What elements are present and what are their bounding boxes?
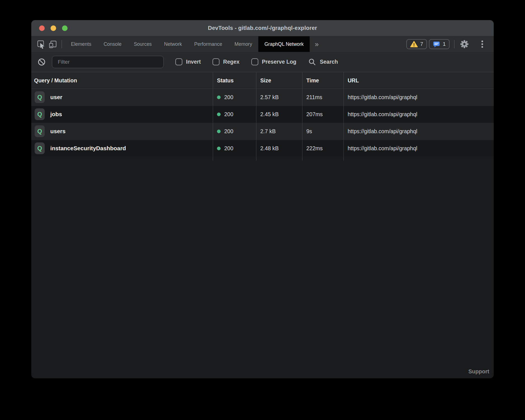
url-value: https://gitlab.com/api/graphql [348, 128, 417, 135]
column-header-time[interactable]: Time [302, 72, 343, 89]
status-value: 200 [224, 145, 233, 152]
invert-checkbox[interactable] [175, 58, 182, 65]
size-value: 2.45 kB [260, 111, 279, 118]
traffic-lights [39, 25, 68, 31]
time-value: 211ms [306, 94, 322, 101]
tab-network[interactable]: Network [158, 36, 188, 52]
more-vertical-icon [481, 39, 484, 49]
query-name-cell: Q user [31, 89, 213, 106]
size-value: 2.7 kB [260, 128, 276, 135]
column-header-status[interactable]: Status [213, 72, 256, 89]
preserve-log-checkbox-group[interactable]: Preserve Log [251, 58, 297, 65]
column-header-url[interactable]: URL [343, 72, 494, 89]
query-name: users [50, 128, 66, 135]
url-value: https://gitlab.com/api/graphql [348, 145, 417, 152]
tab-memory[interactable]: Memory [228, 36, 258, 52]
clear-button[interactable] [36, 56, 47, 68]
query-badge: Q [35, 91, 45, 103]
query-name-cell: Q users [31, 123, 213, 140]
table-row[interactable]: Q jobs 200 2.45 kB 207ms https://gitlab.… [31, 106, 494, 123]
close-window-button[interactable] [39, 25, 45, 31]
status-cell: 200 [213, 140, 256, 157]
regex-checkbox-group[interactable]: Regex [213, 58, 240, 65]
tab-graphql-network[interactable]: GraphQL Network [258, 36, 310, 52]
status-cell: 200 [213, 123, 256, 140]
minimize-window-button[interactable] [51, 25, 56, 31]
status-cell: 200 [213, 89, 256, 106]
more-options-button[interactable] [476, 38, 488, 50]
status-dot [217, 113, 221, 116]
size-cell: 2.45 kB [256, 106, 302, 123]
devtools-tab-bar: Elements Console Sources Network Perform… [31, 36, 494, 52]
controls-separator [454, 40, 455, 48]
maximize-window-button[interactable] [62, 25, 68, 31]
toggle-device-toolbar-button[interactable] [47, 38, 59, 50]
query-name: instanceSecurityDashboard [50, 145, 126, 152]
issues-badge[interactable]: 1 [429, 39, 450, 49]
status-value: 200 [224, 94, 233, 101]
status-value: 200 [224, 111, 233, 118]
tabbar-right-controls: 7 1 [404, 38, 494, 50]
status-dot [217, 147, 221, 150]
support-link[interactable]: Support [468, 368, 489, 375]
size-cell: 2.7 kB [256, 123, 302, 140]
status-dot [217, 96, 221, 99]
invert-label[interactable]: Invert [186, 59, 201, 65]
filter-input[interactable] [52, 56, 164, 68]
size-value: 2.48 kB [260, 145, 279, 152]
tab-performance[interactable]: Performance [188, 36, 228, 52]
tab-elements[interactable]: Elements [65, 36, 97, 52]
query-name-cell: Q jobs [31, 106, 213, 123]
issues-count: 1 [443, 41, 446, 47]
url-cell: https://gitlab.com/api/graphql [343, 140, 494, 157]
url-cell: https://gitlab.com/api/graphql [343, 106, 494, 123]
time-value: 222ms [306, 145, 323, 152]
column-divider-extension [31, 157, 494, 161]
query-badge: Q [35, 142, 45, 154]
preserve-log-checkbox[interactable] [251, 58, 258, 65]
window-title: DevTools - gitlab.com/-/graphql-explorer [208, 25, 317, 31]
time-value: 207ms [306, 111, 323, 118]
title-bar: DevTools - gitlab.com/-/graphql-explorer [31, 20, 494, 36]
toolbar-separator [61, 40, 62, 48]
status-cell: 200 [213, 106, 256, 123]
gear-icon [460, 39, 469, 49]
table-row[interactable]: Q user 200 2.57 kB 211ms https://gitlab.… [31, 89, 494, 106]
warning-icon [410, 41, 418, 47]
status-dot [217, 130, 221, 133]
size-value: 2.57 kB [260, 94, 279, 101]
query-name-cell: Q instanceSecurityDashboard [31, 140, 213, 157]
regex-checkbox[interactable] [213, 58, 219, 65]
time-cell: 207ms [302, 106, 343, 123]
table-row[interactable]: Q users 200 2.7 kB 9s https://gitlab.com… [31, 123, 494, 140]
size-cell: 2.48 kB [256, 140, 302, 157]
time-cell: 211ms [302, 89, 343, 106]
inspect-element-button[interactable] [35, 38, 47, 50]
invert-checkbox-group[interactable]: Invert [175, 58, 201, 65]
tab-console[interactable]: Console [97, 36, 128, 52]
more-tabs-button[interactable]: » [310, 40, 324, 48]
message-bubble-icon [433, 41, 440, 48]
filter-toolbar: Invert Regex Preserve Log Search [31, 52, 494, 72]
query-badge: Q [35, 125, 45, 137]
panel-tabs: Elements Console Sources Network Perform… [65, 36, 310, 52]
search-icon [308, 58, 316, 66]
size-cell: 2.57 kB [256, 89, 302, 106]
url-value: https://gitlab.com/api/graphql [348, 94, 417, 101]
table-row[interactable]: Q instanceSecurityDashboard 200 2.48 kB … [31, 140, 494, 157]
regex-label[interactable]: Regex [223, 59, 240, 65]
column-header-size[interactable]: Size [256, 72, 302, 89]
devtools-window: DevTools - gitlab.com/-/graphql-explorer… [31, 20, 494, 378]
preserve-log-label[interactable]: Preserve Log [262, 59, 297, 65]
time-value: 9s [306, 128, 312, 135]
requests-table-header: Query / Mutation Status Size Time URL [31, 72, 494, 89]
inspect-icon [36, 39, 46, 49]
warnings-badge[interactable]: 7 [406, 39, 427, 49]
tab-sources[interactable]: Sources [128, 36, 158, 52]
settings-button[interactable] [459, 38, 470, 50]
column-header-query-mutation[interactable]: Query / Mutation [31, 72, 213, 89]
url-value: https://gitlab.com/api/graphql [348, 111, 417, 118]
search-button[interactable]: Search [308, 58, 338, 66]
block-icon [37, 58, 46, 66]
query-badge: Q [35, 108, 45, 120]
